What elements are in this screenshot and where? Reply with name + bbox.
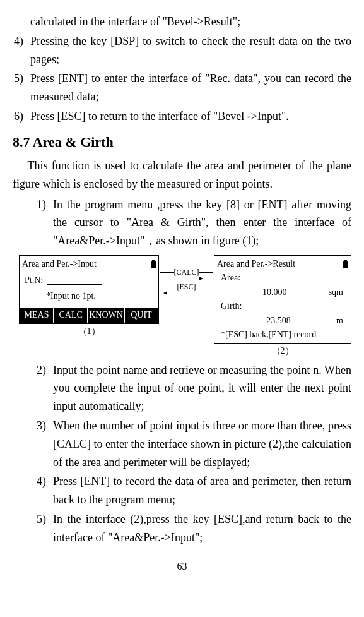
screen-input: Area and Per.->Input Pt.N: *Input no 1pt… [19, 255, 159, 324]
screen-result: Area and Per.->Result Area: 10.000 sqm G… [214, 255, 351, 344]
step-text: In the program menu ,press the key [8] o… [53, 196, 351, 250]
meas-button[interactable]: MEAS [20, 308, 53, 322]
step-number: 2) [35, 361, 53, 416]
quit-button[interactable]: QUIT [125, 308, 158, 322]
diagram: Area and Per.->Input Pt.N: *Input no 1pt… [19, 255, 351, 359]
intro-paragraph: This function is used to calculate the a… [13, 157, 351, 193]
ptn-label: Pt.N: [25, 273, 43, 287]
area-label: Area: [217, 271, 348, 285]
caption-1: （1） [19, 325, 159, 338]
battery-icon [343, 261, 348, 268]
calc-key-label: [CALC] [174, 267, 199, 279]
screen-title: Area and Per.->Result [217, 257, 295, 271]
section-heading: 8.7 Area & Girth [13, 131, 351, 153]
step-number: 4) [35, 472, 53, 509]
step-text: In the interface (2),press the key [ESC]… [53, 510, 351, 547]
sub-steps: 1) In the program menu ,press the key [8… [35, 196, 351, 250]
girth-value: 23.508 [266, 314, 291, 328]
step-text: Press [ENT] to enter the interface of "R… [30, 69, 351, 106]
step-text: Press [ENT] to record the data of area a… [53, 472, 351, 509]
battery-icon [151, 261, 156, 268]
page-number: 63 [13, 558, 351, 575]
esc-key-label: [ESC] [177, 281, 196, 293]
area-value: 10.000 [262, 285, 287, 299]
ptn-input[interactable] [47, 277, 102, 285]
caption-2: （2） [214, 344, 351, 358]
screen-title: Area and Per.->Input [22, 257, 97, 271]
girth-label: Girth: [217, 299, 348, 313]
arrows: [CALC] [ESC] [165, 267, 209, 296]
input-hint: *Input no 1pt. [22, 289, 156, 303]
step-continuation: calculated in the interface of "Bevel->R… [30, 13, 351, 31]
top-steps: calculated in the interface of "Bevel->R… [13, 13, 351, 126]
area-unit: sqm [329, 285, 343, 299]
calc-button[interactable]: CALC [54, 308, 87, 322]
known-button[interactable]: KNOWN [88, 308, 124, 322]
step-number: 4) [13, 32, 30, 69]
step-number: 5) [13, 69, 30, 106]
step-text: When the number of point input is three … [53, 417, 351, 471]
step-number: 6) [13, 107, 30, 126]
step-number: 3) [35, 417, 53, 471]
step-text: Pressing the key [DSP] to switch to chec… [30, 32, 351, 69]
step-text: Input the point name and retrieve or mea… [53, 361, 351, 416]
step-number: 1) [35, 196, 53, 250]
result-footnote: *[ESC] back,[ENT] record [217, 328, 348, 343]
step-text: Press [ESC] to return to the interface o… [30, 107, 351, 126]
sub-steps-cont: 2) Input the point name and retrieve or … [35, 361, 351, 547]
step-number: 5) [35, 510, 53, 547]
girth-unit: m [336, 314, 343, 328]
